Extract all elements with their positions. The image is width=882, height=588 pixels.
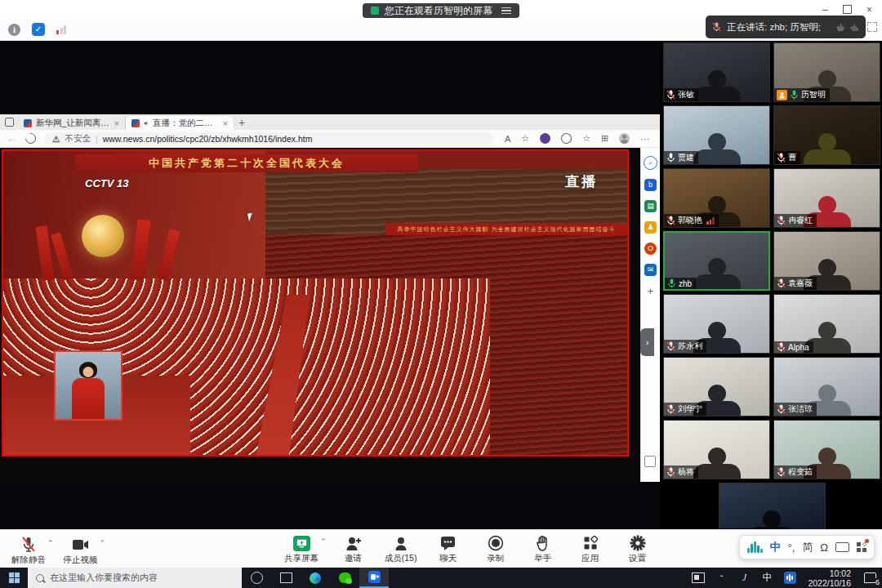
participant-tile[interactable]: 贾建 xyxy=(663,105,770,165)
banner-menu-icon[interactable] xyxy=(501,7,511,15)
video-options-chevron[interactable]: ⌃ xyxy=(100,532,106,547)
task-view-button[interactable] xyxy=(271,568,301,588)
raise-hand-button[interactable]: 举手 xyxy=(519,530,567,564)
sidebar-outlook-icon[interactable]: ✉ xyxy=(644,264,657,276)
chat-button[interactable]: 聊天 xyxy=(425,530,472,564)
read-aloud-icon[interactable]: A xyxy=(505,134,510,144)
ime-lang-tray[interactable]: 中 xyxy=(755,568,778,588)
participant-tile[interactable]: 张敏 xyxy=(663,42,770,102)
members-button[interactable]: 成员(15) xyxy=(377,530,425,564)
ime-lang-toggle[interactable]: 中 xyxy=(770,540,781,555)
participant-tile[interactable]: 杨将 xyxy=(663,420,770,479)
meeting-app-taskbar-icon[interactable] xyxy=(359,568,389,588)
participant-tile[interactable]: 冉睿红 xyxy=(773,168,880,228)
sidebar-add-icon[interactable]: + xyxy=(648,285,654,297)
cortana-button[interactable] xyxy=(242,568,271,588)
new-tab-button[interactable]: + xyxy=(234,116,250,130)
participant-tile[interactable]: Alpha xyxy=(773,294,880,354)
tab-live-stream[interactable]: 直播：党的二十大开幕会_新 × xyxy=(126,116,234,130)
minimize-button[interactable]: – xyxy=(822,4,828,16)
participant-tile[interactable]: 张洁琼 xyxy=(773,357,880,416)
sync-icon[interactable] xyxy=(559,131,574,145)
voice-input-tray-icon[interactable] xyxy=(778,568,801,588)
browser-menu-icon[interactable]: ··· xyxy=(640,134,649,144)
notification-count: 6 xyxy=(875,578,880,586)
wechat-taskbar-icon[interactable] xyxy=(330,568,359,588)
meeting-info-icon[interactable]: i xyxy=(8,24,20,36)
participant-tile[interactable]: 袁嘉薇 xyxy=(773,231,880,291)
sidebar-settings-icon[interactable] xyxy=(644,456,656,467)
apps-button[interactable]: 应用 xyxy=(567,530,614,564)
applaud-icon[interactable] xyxy=(835,22,845,32)
sidebar-discover-icon[interactable]: b xyxy=(644,179,657,191)
participant-tile[interactable]: 刘华宁 xyxy=(663,357,770,416)
share-screen-button[interactable]: 共享屏幕 xyxy=(278,530,325,564)
taskbar-clock[interactable]: 10:02 2022/10/16 xyxy=(801,568,858,588)
mic-muted-icon xyxy=(777,342,786,352)
sidebar-games-icon[interactable]: ♟ xyxy=(644,221,657,234)
ime-menu-icon[interactable] xyxy=(857,542,866,552)
close-button[interactable]: × xyxy=(866,4,872,16)
reload-icon[interactable] xyxy=(23,131,38,145)
taskbar-search-input[interactable]: 在这里输入你要搜索的内容 xyxy=(28,568,242,588)
share-options-chevron[interactable]: ⌃ xyxy=(320,530,327,546)
participant-tile[interactable]: 历智明 xyxy=(773,42,880,102)
ime-symbols-button[interactable]: Ω xyxy=(820,541,828,554)
participant-tile[interactable]: 苏永利 xyxy=(663,294,770,354)
participant-name: 郭晓艳 xyxy=(678,215,702,226)
extension-icon[interactable] xyxy=(540,133,550,144)
participant-tile[interactable]: 曹 xyxy=(773,105,880,165)
ime-simplified-toggle[interactable]: 简 xyxy=(802,540,813,555)
start-button[interactable] xyxy=(0,572,28,583)
invite-button[interactable]: 邀请 xyxy=(330,530,377,564)
participant-silhouette xyxy=(693,70,741,102)
ime-keyboard-icon[interactable] xyxy=(835,542,849,552)
tab-audio-icon[interactable] xyxy=(144,119,149,127)
settings-button[interactable]: 设置 xyxy=(614,530,662,564)
security-shield-icon[interactable]: ✓ xyxy=(32,23,45,36)
tab-title: 新华网_让新闻离你更近 xyxy=(36,118,110,129)
tab-close-icon[interactable]: × xyxy=(223,118,228,128)
participant-tile[interactable]: zhb xyxy=(663,231,770,291)
news-widget-icon[interactable] xyxy=(687,568,710,588)
watching-screen-banner: 您正在观看历智明的屏幕 xyxy=(363,3,519,18)
notification-center-button[interactable]: 6 xyxy=(858,568,882,588)
participant-tile[interactable]: 程变茹 xyxy=(773,420,880,479)
live-video-player[interactable]: 中国共产党第二十次全国代表大会 高举中国特色社会主义伟大旗帜 为全面建设社会主义… xyxy=(2,149,629,457)
participant-name-bar: 袁嘉薇 xyxy=(774,277,817,290)
hidden-icons-chevron[interactable]: ⌃ xyxy=(710,568,733,588)
raise-hand-shortcut-icon[interactable] xyxy=(849,22,859,32)
ime-toolbar: 中 °, 简 Ω xyxy=(739,535,875,559)
mic-options-chevron[interactable]: ⌃ xyxy=(47,532,54,547)
participant-tile[interactable]: 郭晓艳 xyxy=(663,168,770,228)
favorites-icon[interactable]: ☆ xyxy=(582,133,590,144)
sidebar-office-icon[interactable]: O xyxy=(644,243,657,255)
participant-name-bar: 苏永利 xyxy=(664,340,706,353)
tab-actions-icon[interactable] xyxy=(0,114,18,130)
mic-muted-icon xyxy=(777,404,786,414)
weak-signal-icon xyxy=(706,217,715,225)
stop-video-button[interactable]: 停止视频 xyxy=(57,532,105,566)
edge-taskbar-icon[interactable] xyxy=(301,568,330,588)
ime-punct-toggle[interactable]: °, xyxy=(788,541,795,554)
fullscreen-brackets-icon[interactable] xyxy=(867,22,877,32)
ime-pen-tray-icon[interactable]: J xyxy=(733,568,755,588)
sidebar-shopping-icon[interactable]: ▤ xyxy=(644,200,657,212)
participant-silhouette xyxy=(804,133,851,165)
sidebar-collapse-handle[interactable]: › xyxy=(640,328,654,356)
profile-avatar-icon[interactable] xyxy=(619,133,630,144)
tab-close-icon[interactable]: × xyxy=(114,118,119,128)
url-field[interactable]: ⚠ 不安全 | www.news.cn/politics/cpc20/zb/xh… xyxy=(44,132,493,145)
url-text: www.news.cn/politics/cpc20/zb/xhwkmh1016… xyxy=(103,134,313,144)
collections-icon[interactable]: ⊞ xyxy=(601,133,608,144)
camera-icon xyxy=(72,538,90,551)
maximize-button[interactable] xyxy=(843,5,852,14)
record-button[interactable]: 录制 xyxy=(472,530,519,564)
tab-xinhua[interactable]: 新华网_让新闻离你更近 × xyxy=(18,116,126,130)
favorite-add-icon[interactable]: ☆ xyxy=(521,133,529,144)
ime-voice-icon[interactable] xyxy=(747,541,763,553)
unmute-button[interactable]: 解除静音 xyxy=(5,532,52,566)
sidebar-search-icon[interactable]: ⌕ xyxy=(644,156,657,170)
back-icon[interactable]: ← xyxy=(7,132,17,145)
participant-name: 冉睿红 xyxy=(788,215,813,226)
